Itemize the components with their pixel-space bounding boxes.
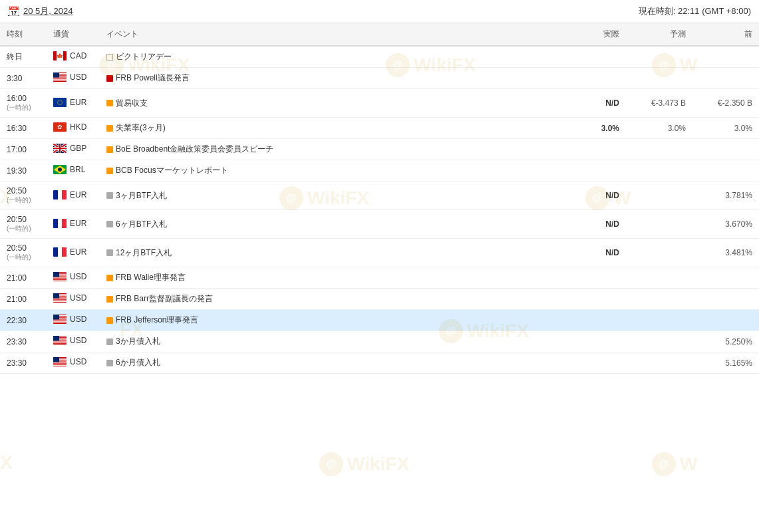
svg-rect-37 [62, 219, 67, 228]
events-table: 時刻 通貨 イベント 実際 予測 前 終日 🍁 CAD ビクトリアデー 3:30 [0, 23, 759, 374]
currency-flag-icon [53, 72, 67, 82]
table-row[interactable]: 20:50(一時的) EUR 12ヶ月BTF入札 N/D 3.481% [0, 239, 759, 267]
event-time: 23:30 [0, 352, 47, 374]
event-currency: 🍁 CAD [47, 46, 100, 68]
table-row[interactable]: 3:30 USD FRB Powell議長発言 [0, 68, 759, 89]
table-row[interactable]: 22:30 USD FRB Jefferson理事発言 [0, 310, 759, 331]
event-currency: USD [47, 310, 100, 331]
event-prev: 5.250% [692, 331, 759, 352]
event-forecast [626, 182, 692, 210]
event-prev [692, 289, 759, 310]
event-name: 12ヶ月BTF入札 [100, 239, 559, 267]
event-actual [559, 68, 626, 89]
event-time: 終日 [0, 46, 47, 68]
events-table-wrapper: 時刻 通貨 イベント 実際 予測 前 終日 🍁 CAD ビクトリアデー 3:30 [0, 23, 759, 374]
table-header-row: 時刻 通貨 イベント 実際 予測 前 [0, 23, 759, 46]
event-currency: ✿ HKD [47, 118, 100, 139]
event-currency: EUR [47, 182, 100, 210]
event-prev [692, 139, 759, 160]
event-prev: 5.165% [692, 352, 759, 374]
table-row[interactable]: 19:30 BRL BCB Focusマーケットレポート [0, 160, 759, 182]
currency-code: BRL [70, 165, 85, 174]
svg-rect-54 [53, 300, 67, 301]
table-row[interactable]: 23:30 USD 6か月債入札 5.165% [0, 352, 759, 374]
event-prev: €-2.350 B [692, 89, 759, 118]
svg-rect-9 [53, 79, 67, 80]
currency-code: EUR [70, 98, 86, 107]
currency-flag-icon [53, 165, 67, 174]
col-header-forecast: 予測 [626, 23, 692, 46]
event-time: 3:30 [0, 68, 47, 89]
event-forecast [626, 310, 692, 331]
col-header-prev: 前 [692, 23, 759, 46]
svg-rect-32 [53, 190, 58, 200]
currency-code: CAD [70, 51, 86, 61]
date-display[interactable]: 📅 20 5月, 2024 [8, 5, 73, 17]
table-row[interactable]: 21:00 USD FRB Barr監督副議長の発言 [0, 289, 759, 310]
col-header-actual: 実際 [559, 23, 626, 46]
event-time: 22:30 [0, 310, 47, 331]
event-actual [559, 331, 626, 352]
current-time: 現在時刻: 22:11 (GMT +8:00) [639, 5, 751, 17]
svg-rect-12 [53, 98, 67, 107]
event-name: FRB Barr監督副議長の発言 [100, 289, 559, 310]
col-header-event: イベント [100, 23, 559, 46]
table-row[interactable]: 20:50(一時的) EUR 3ヶ月BTF入札 N/D 3.781% [0, 182, 759, 210]
event-actual [559, 160, 626, 182]
svg-text:🍁: 🍁 [57, 53, 63, 59]
event-name: ビクトリアデー [100, 46, 559, 68]
event-prev: 3.481% [692, 239, 759, 267]
table-row[interactable]: 16:00(一時的) EUR 貿易収支 N/D €-3.473 B €-2.35… [0, 89, 759, 118]
svg-rect-11 [53, 72, 59, 78]
svg-rect-45 [53, 277, 67, 278]
importance-indicator [106, 146, 113, 153]
currency-flag-icon [53, 293, 67, 303]
event-currency: USD [47, 289, 100, 310]
event-prev [692, 160, 759, 182]
table-row[interactable]: 17:00 GBP BoE Broadbent金融政策委員会委員スピーチ [0, 139, 759, 160]
event-forecast [626, 267, 692, 289]
currency-flag-icon [53, 336, 67, 345]
event-currency: BRL [47, 160, 100, 182]
svg-rect-39 [58, 247, 62, 257]
event-actual [559, 139, 626, 160]
event-name: FRB Walle理事発言 [100, 267, 559, 289]
table-row[interactable]: 21:00 USD FRB Walle理事発言 [0, 267, 759, 289]
event-forecast [626, 68, 692, 89]
currency-code: EUR [70, 219, 86, 228]
currency-flag-icon [53, 357, 67, 366]
currency-flag-icon: ✿ [53, 122, 67, 132]
event-time: 19:30 [0, 160, 47, 182]
col-header-currency: 通貨 [47, 23, 100, 46]
calendar-icon: 📅 [8, 6, 19, 17]
event-prev: 3.781% [692, 182, 759, 210]
event-name: FRB Powell議長発言 [100, 68, 559, 89]
table-row[interactable]: 23:30 USD 3か月債入札 5.250% [0, 331, 759, 352]
event-forecast [626, 210, 692, 239]
table-row[interactable]: 20:50(一時的) EUR 6ヶ月BTF入札 N/D 3.670% [0, 210, 759, 239]
importance-indicator [106, 338, 113, 345]
event-prev: 3.0% [692, 118, 759, 139]
currency-code: USD [70, 293, 86, 303]
importance-indicator [106, 296, 113, 303]
table-row[interactable]: 終日 🍁 CAD ビクトリアデー [0, 46, 759, 68]
event-actual: N/D [559, 210, 626, 239]
svg-rect-56 [53, 293, 59, 299]
event-forecast [626, 46, 692, 68]
svg-rect-64 [53, 315, 59, 320]
svg-rect-2 [63, 51, 67, 61]
event-forecast [626, 289, 692, 310]
event-time: 17:00 [0, 139, 47, 160]
event-forecast [626, 239, 692, 267]
page-header: 📅 20 5月, 2024 現在時刻: 22:11 (GMT +8:00) [0, 0, 759, 23]
event-currency: GBP [47, 139, 100, 160]
event-currency: USD [47, 267, 100, 289]
event-currency: EUR [47, 239, 100, 267]
svg-rect-47 [53, 280, 67, 281]
event-time: 20:50(一時的) [0, 239, 47, 267]
importance-indicator [106, 360, 113, 366]
svg-rect-77 [53, 362, 67, 363]
svg-rect-55 [53, 301, 67, 302]
svg-rect-33 [58, 190, 62, 200]
table-row[interactable]: 16:30 ✿ HKD 失業率(3ヶ月) 3.0% 3.0% 3.0% [0, 118, 759, 139]
